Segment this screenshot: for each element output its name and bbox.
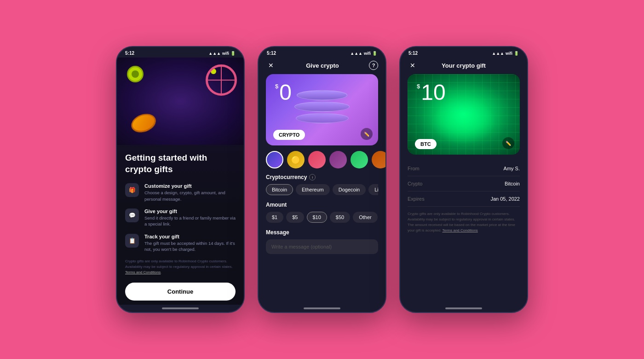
amount-label: Amount <box>266 202 378 208</box>
screen2-content: $ 0 CRYPTO ✏️ 🟡 Cryptocur <box>259 74 385 305</box>
amount-value-2: 0 <box>279 81 292 104</box>
amount-display-2: $ 0 <box>275 81 292 104</box>
screen1-content: Getting started with crypto gifts 🎁 Cust… <box>117 58 244 305</box>
screen2-header: ✕ Give crypto ? <box>259 58 385 74</box>
status-bar-2: 5:12 ▲▲▲ wifi 🔋 <box>259 47 385 58</box>
time-3: 5:12 <box>408 51 418 56</box>
crypto-chip-litecoin[interactable]: Litec <box>368 184 378 195</box>
coin-layer-1 <box>297 90 347 100</box>
crypto-badge-2: CRYPTO <box>273 130 305 140</box>
expires-value: Jan 05, 2022 <box>490 196 520 202</box>
edit-button-3[interactable]: ✏️ <box>502 137 514 149</box>
amount-chip-10[interactable]: $10 <box>307 212 327 223</box>
screen3-title: Your crypto gift <box>442 62 486 69</box>
close-button-2[interactable]: ✕ <box>266 60 276 70</box>
feature-track: 📋 Track your gift The gift must be accep… <box>125 234 236 253</box>
design-option-0[interactable] <box>266 151 283 168</box>
screen-1: 5:12 ▲▲▲ wifi 🔋 Getting started with cry… <box>116 46 245 313</box>
feature-customize-text: Customize your gift Choose a design, cry… <box>144 183 236 202</box>
design-option-5[interactable] <box>372 151 385 168</box>
crypto-chip-dogecoin[interactable]: Dogecoin <box>333 184 366 195</box>
cryptocurrency-label: Cryptocurrency i <box>266 174 378 180</box>
crypto-chip-ethereum[interactable]: Ethereum <box>296 184 330 195</box>
feature-give: 💬 Give your gift Send it directly to a f… <box>125 208 236 227</box>
time-1: 5:12 <box>125 51 134 56</box>
disclaimer-1: Crypto gifts are only available to Robin… <box>125 259 236 279</box>
coin-layer-2 <box>294 101 350 111</box>
home-bar-1 <box>162 307 199 309</box>
battery-icon: 🔋 <box>230 51 236 56</box>
status-icons-2: ▲▲▲ wifi 🔋 <box>350 51 377 56</box>
signal-icon-3: ▲▲▲ <box>492 51 504 56</box>
edit-button-2[interactable]: ✏️ <box>361 128 373 140</box>
amount-chip-1[interactable]: $1 <box>266 212 283 223</box>
detail-rows: From Amy S. Crypto Bitcoin Expires Jan 0… <box>400 161 527 207</box>
wifi-icon-3: wifi <box>506 51 512 56</box>
dollar-symbol-3: $ <box>417 83 420 90</box>
coin-orange <box>130 111 160 136</box>
feature-customize: 🎁 Customize your gift Choose a design, c… <box>125 183 236 202</box>
crypto-info-icon[interactable]: i <box>309 174 316 180</box>
give-icon: 💬 <box>125 208 139 222</box>
coin-layer-3 <box>296 113 349 123</box>
status-icons-1: ▲▲▲ wifi 🔋 <box>208 51 236 56</box>
expires-label: Expires <box>408 196 425 202</box>
screen1-body: Getting started with crypto gifts 🎁 Cust… <box>117 145 244 305</box>
amount-chip-50[interactable]: $50 <box>330 212 350 223</box>
signal-icon-2: ▲▲▲ <box>350 51 362 56</box>
gift-card-2: $ 0 CRYPTO ✏️ <box>266 74 378 145</box>
design-option-2[interactable] <box>308 151 326 168</box>
dollar-symbol-2: $ <box>275 83 278 90</box>
coin-pink <box>206 64 237 96</box>
green-glow <box>431 98 496 145</box>
crypto-chip-bitcoin[interactable]: Bitcoin <box>266 184 293 195</box>
signal-icon: ▲▲▲ <box>208 51 221 56</box>
crypto-label-2: CRYPTO <box>279 132 299 138</box>
design-selector: 🟡 <box>259 151 385 174</box>
from-label: From <box>408 166 420 171</box>
continue-button[interactable]: Continue <box>125 283 236 301</box>
message-label: Message <box>266 229 378 236</box>
design-option-3[interactable] <box>329 151 347 168</box>
wifi-icon-2: wifi <box>364 51 371 56</box>
crypto-chip-row: Bitcoin Ethereum Dogecoin Litec <box>266 184 378 195</box>
help-button-2[interactable]: ? <box>369 61 378 70</box>
feature-give-text: Give your gift Send it directly to a fri… <box>144 208 236 227</box>
home-bar-2 <box>304 307 340 309</box>
status-bar-1: 5:12 ▲▲▲ wifi 🔋 <box>117 47 244 58</box>
battery-icon-3: 🔋 <box>514 51 519 56</box>
screen-3: 5:12 ▲▲▲ wifi 🔋 ✕ Your crypto gift $ 10 … <box>399 46 528 313</box>
customize-icon: 🎁 <box>125 183 139 197</box>
from-value: Amy S. <box>504 166 520 171</box>
status-bar-3: 5:12 ▲▲▲ wifi 🔋 <box>400 47 527 58</box>
terms-link-1[interactable]: Terms and Conditions <box>125 270 161 274</box>
status-icons-3: ▲▲▲ wifi 🔋 <box>492 51 519 56</box>
screen2-scroll: Cryptocurrency i Bitcoin Ethereum Dogeco… <box>259 174 385 254</box>
design-option-1[interactable]: 🟡 <box>287 151 305 168</box>
gift-card-3: $ 10 BTC ✏️ <box>408 74 520 155</box>
amount-value-3: 10 <box>421 81 445 104</box>
screen1-title: Getting started with crypto gifts <box>125 152 236 175</box>
feature-track-text: Track your gift The gift must be accepte… <box>144 234 236 253</box>
stacked-coins <box>294 90 350 123</box>
crypto-value: Bitcoin <box>505 181 520 186</box>
crypto-label-detail: Crypto <box>408 181 422 186</box>
amount-display-3: $ 10 <box>417 81 446 104</box>
coin-green <box>127 66 144 82</box>
design-option-4[interactable] <box>351 151 368 168</box>
home-bar-3 <box>445 307 482 309</box>
terms-link-3[interactable]: Terms and Conditions <box>442 228 477 232</box>
screen3-content: $ 10 BTC ✏️ From Amy S. Crypto Bitcoin E… <box>400 74 527 305</box>
amount-chip-other[interactable]: Other <box>353 212 378 223</box>
close-button-3[interactable]: ✕ <box>408 60 418 70</box>
give-title: Give your gift <box>144 208 236 214</box>
wifi-icon: wifi <box>222 51 229 56</box>
screen2-title: Give crypto <box>306 62 339 69</box>
track-icon: 📋 <box>125 234 139 248</box>
screen-2: 5:12 ▲▲▲ wifi 🔋 ✕ Give crypto ? $ 0 CRYP… <box>258 46 386 313</box>
track-title: Track your gift <box>144 234 236 239</box>
customize-title: Customize your gift <box>144 183 236 189</box>
message-input[interactable]: Write a message (optional) <box>266 239 378 254</box>
amount-chip-5[interactable]: $5 <box>286 212 304 223</box>
hero-area <box>117 58 244 145</box>
